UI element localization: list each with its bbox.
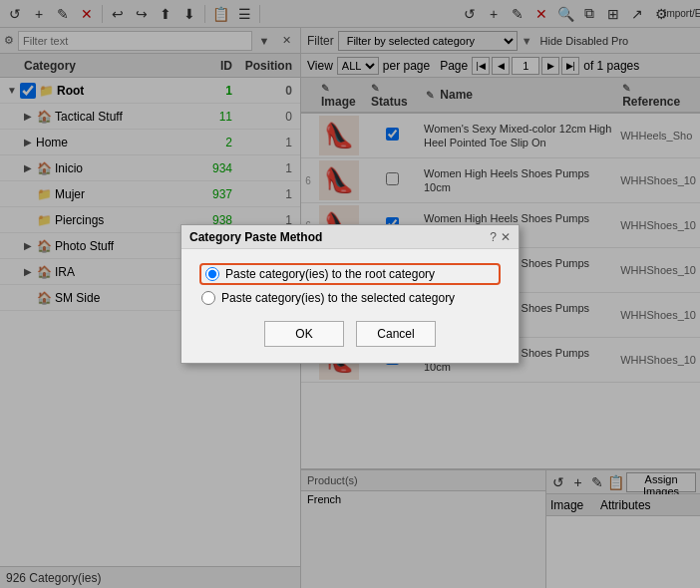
paste-selected-label: Paste category(ies) to the selected cate… xyxy=(221,291,455,305)
dialog-close-btn[interactable]: ✕ xyxy=(501,230,511,244)
paste-root-label: Paste category(ies) to the root category xyxy=(225,267,435,281)
category-paste-dialog: Category Paste Method ? ✕ Paste category… xyxy=(180,224,520,364)
paste-selected-radio[interactable] xyxy=(201,291,215,305)
paste-root-option[interactable]: Paste category(ies) to the root category xyxy=(201,265,499,283)
dialog-cancel-btn[interactable]: Cancel xyxy=(356,321,436,347)
dialog-help-btn[interactable]: ? xyxy=(490,230,497,244)
dialog-ok-btn[interactable]: OK xyxy=(264,321,344,347)
dialog-buttons: OK Cancel xyxy=(201,321,499,347)
paste-method-radio-group: Paste category(ies) to the root category… xyxy=(201,265,499,305)
dialog-content: Paste category(ies) to the root category… xyxy=(181,249,519,363)
dialog-titlebar: Category Paste Method ? ✕ xyxy=(181,225,519,249)
paste-selected-option[interactable]: Paste category(ies) to the selected cate… xyxy=(201,291,499,305)
dialog-title: Category Paste Method xyxy=(189,230,322,244)
dialog-overlay: Category Paste Method ? ✕ Paste category… xyxy=(0,0,700,588)
paste-root-radio[interactable] xyxy=(205,267,219,281)
